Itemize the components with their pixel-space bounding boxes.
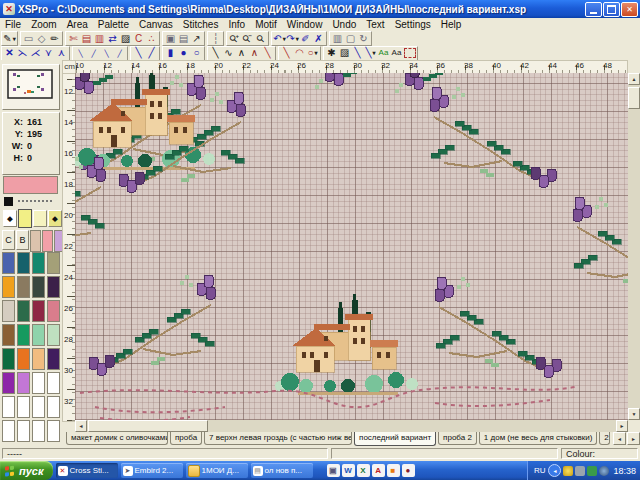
menu-info[interactable]: Info: [223, 18, 250, 31]
long-stitch-icon[interactable]: ╲: [261, 47, 274, 59]
freehand-select-icon[interactable]: ✏: [48, 33, 61, 45]
texture-icon[interactable]: ▨: [338, 47, 351, 59]
excel-icon[interactable]: X: [357, 464, 370, 477]
zoom-window-icon[interactable]: ⚲: [254, 33, 267, 45]
red-curve-icon[interactable]: ◠: [293, 47, 306, 59]
tab-proba-2[interactable]: проба 2: [438, 432, 477, 445]
copy-icon[interactable]: ▤: [80, 33, 93, 45]
palette-swatch[interactable]: ◆: [48, 210, 62, 227]
tray-app-icon[interactable]: [575, 466, 585, 476]
quarter-2-icon[interactable]: ╱: [87, 47, 100, 59]
palette-swatch[interactable]: [47, 276, 60, 298]
zoom-in-icon[interactable]: ⚲+: [228, 33, 241, 45]
language-indicator[interactable]: RU: [534, 466, 546, 475]
minimize-button[interactable]: [585, 2, 602, 17]
tray-antivirus-icon[interactable]: [587, 466, 597, 476]
palette-swatch[interactable]: [47, 252, 60, 274]
tab-proba[interactable]: проба: [170, 432, 202, 445]
tabs-scroll-left[interactable]: ◄: [613, 432, 626, 445]
palette-swatch[interactable]: [33, 210, 47, 227]
export-icon[interactable]: ▤: [177, 33, 190, 45]
colors-button[interactable]: C: [2, 230, 15, 250]
palette-swatch[interactable]: [47, 420, 60, 442]
palette-swatch[interactable]: [2, 252, 15, 274]
backstitch-icon[interactable]: ╲: [209, 47, 222, 59]
three-quarter-4-icon[interactable]: ⋏: [55, 47, 68, 59]
palette-swatch[interactable]: [17, 276, 30, 298]
vertical-scrollbar[interactable]: ▲ ▼: [628, 73, 640, 420]
palette-swatch[interactable]: [2, 276, 15, 298]
palette-swatch[interactable]: [17, 348, 30, 370]
close-button[interactable]: ✕: [621, 2, 638, 17]
pattern-icon[interactable]: ∴: [145, 33, 158, 45]
menu-canvas[interactable]: Canvas: [134, 18, 178, 31]
horizontal-scrollbar[interactable]: ◄ ►: [75, 420, 628, 432]
palette-swatch[interactable]: [2, 324, 15, 346]
zoom-out-icon[interactable]: ⚲−: [241, 33, 254, 45]
palette-swatch[interactable]: [2, 348, 15, 370]
undo-icon[interactable]: ↶▾: [273, 33, 286, 45]
taskbar-item-document[interactable]: ▤ ол нов п...: [251, 463, 313, 478]
menu-motif[interactable]: Motif: [250, 18, 282, 31]
bead-filled-icon[interactable]: ●: [177, 47, 190, 59]
palette-swatch[interactable]: [32, 252, 45, 274]
knot-icon[interactable]: ✱: [325, 47, 338, 59]
palette-swatch[interactable]: [2, 372, 15, 394]
palette-swatch[interactable]: [32, 348, 45, 370]
palette-swatch[interactable]: [17, 300, 30, 322]
blue-line-icon[interactable]: ╲: [351, 47, 364, 59]
palette-swatch[interactable]: [47, 396, 60, 418]
current-color-swatch[interactable]: [3, 176, 58, 194]
quarter-3-icon[interactable]: ╲: [100, 47, 113, 59]
poly-select-icon[interactable]: ◇: [35, 33, 48, 45]
three-quarter-1-icon[interactable]: ⋋: [16, 47, 29, 59]
palette-swatch[interactable]: [42, 230, 53, 252]
palette-swatch[interactable]: [32, 396, 45, 418]
palette-swatch[interactable]: [17, 420, 30, 442]
vertical-stitch-icon[interactable]: ▮: [164, 47, 177, 59]
three-quarter-2-icon[interactable]: ⋌: [29, 47, 42, 59]
menu-window[interactable]: Window: [282, 18, 328, 31]
orange-app-icon[interactable]: ■: [387, 464, 400, 477]
tabs-scroll-right[interactable]: ►: [627, 432, 640, 445]
half-fore-icon[interactable]: ╱: [145, 47, 158, 59]
palette-swatch[interactable]: [17, 252, 30, 274]
cut-icon[interactable]: ✄: [67, 33, 80, 45]
palette-swatch[interactable]: [2, 300, 15, 322]
palette-swatch[interactable]: [32, 372, 45, 394]
palette-swatch[interactable]: [2, 396, 15, 418]
scroll-down-button[interactable]: ▼: [628, 408, 640, 420]
taskbar-item-cross-stitch[interactable]: ✕ Cross Sti...: [56, 463, 118, 478]
palette-swatch[interactable]: [32, 300, 45, 322]
tab-verhn-levaya-grozd[interactable]: 7 верхн левая гроздь (с частью ниж ветки…: [204, 432, 352, 445]
menu-help[interactable]: Help: [436, 18, 467, 31]
acrobat-icon[interactable]: A: [372, 464, 385, 477]
flip-icon[interactable]: ⇄: [106, 33, 119, 45]
scroll-left-button[interactable]: ◄: [75, 420, 87, 432]
horizontal-scroll-thumb[interactable]: [88, 420, 208, 432]
paste-icon[interactable]: ▥: [93, 33, 106, 45]
sheet-icon[interactable]: ▢: [344, 33, 357, 45]
library-icon[interactable]: ▣: [164, 33, 177, 45]
tray-coin-icon[interactable]: [563, 466, 573, 476]
design-canvas[interactable]: [75, 73, 628, 420]
tray-collapse-icon[interactable]: ◄: [548, 464, 561, 477]
tab-pravaya-nizh[interactable]: 2 правая ниж гр: [599, 432, 610, 445]
palette-swatch[interactable]: [47, 300, 60, 322]
tab-maket-domik[interactable]: макет домик с оливочками: [66, 432, 168, 445]
palette-swatch-selected[interactable]: [18, 209, 32, 228]
three-quarter-3-icon[interactable]: ⋎: [42, 47, 55, 59]
palette-swatch[interactable]: ◆: [3, 210, 17, 227]
erase-icon[interactable]: ✗: [312, 33, 325, 45]
menu-file[interactable]: File: [0, 18, 26, 31]
circle-app-icon[interactable]: ●: [402, 464, 415, 477]
redo-icon[interactable]: ↷▾: [286, 33, 299, 45]
pointer-icon[interactable]: ↗: [190, 33, 203, 45]
tray-globe-icon[interactable]: [599, 466, 609, 476]
start-button[interactable]: пуск: [0, 461, 53, 480]
fill-icon[interactable]: ▨: [119, 33, 132, 45]
rect-select-icon[interactable]: ▭: [22, 33, 35, 45]
scroll-right-button[interactable]: ►: [616, 420, 628, 432]
blue-line-2-icon[interactable]: ╲▾: [364, 47, 377, 59]
palette-swatch[interactable]: [47, 372, 60, 394]
